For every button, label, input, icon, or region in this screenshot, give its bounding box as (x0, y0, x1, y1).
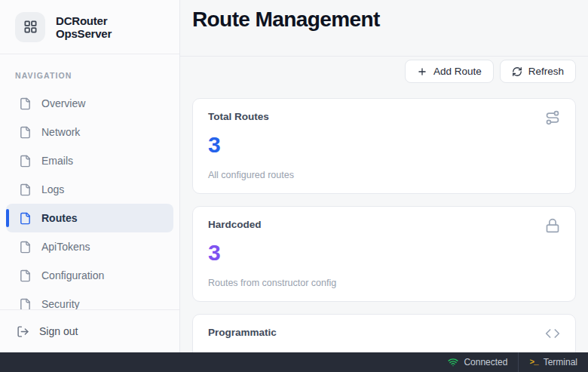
sidebar-item-security[interactable]: Security (6, 290, 173, 309)
refresh-icon (512, 66, 522, 77)
sidebar-item-emails[interactable]: Emails (6, 146, 173, 175)
file-icon (19, 241, 32, 254)
card-title: Programmatic (208, 327, 277, 339)
route-icon (545, 110, 560, 125)
sidebar-item-label: ApiTokens (41, 241, 90, 253)
status-bar: Connected >_ Terminal (0, 352, 588, 372)
sidebar-item-label: Network (41, 126, 80, 138)
sidebar-item-label: Overview (41, 97, 85, 109)
sidebar-header: DCRouter OpsServer (0, 0, 179, 54)
sign-out-button[interactable]: Sign out (0, 309, 179, 352)
terminal-label: Terminal (544, 357, 577, 367)
card-hardcoded: Hardcoded 3 Routes from constructor conf… (192, 206, 576, 302)
main-content: Route Management Add Route Refresh (180, 0, 588, 352)
sidebar-item-logs[interactable]: Logs (6, 175, 173, 204)
file-icon (19, 212, 32, 225)
sidebar-item-label: Security (41, 298, 80, 309)
sidebar-item-network[interactable]: Network (6, 118, 173, 146)
grid-icon (23, 20, 38, 34)
file-icon (19, 269, 32, 282)
file-icon (19, 155, 32, 168)
file-icon (19, 183, 32, 196)
file-icon (19, 97, 32, 110)
file-icon (19, 298, 32, 309)
brand-title: DCRouter OpsServer (56, 14, 164, 40)
card-subtitle: Routes from constructor config (208, 278, 560, 289)
card-subtitle: All configured routes (208, 170, 560, 181)
card-value: 3 (208, 132, 560, 158)
toolbar: Add Route Refresh (192, 60, 576, 83)
sidebar-item-label: Routes (41, 212, 77, 224)
sidebar-nav: NAVIGATION Overview Network Emails Logs … (0, 54, 179, 309)
app-window: DCRouter OpsServer NAVIGATION Overview N… (0, 0, 588, 352)
file-icon (19, 126, 32, 139)
sidebar-item-label: Logs (41, 183, 64, 195)
add-route-button[interactable]: Add Route (405, 60, 494, 83)
card-value: 3 (208, 240, 560, 266)
terminal-icon: >_ (529, 358, 537, 367)
nav-section-label: NAVIGATION (15, 71, 179, 80)
connection-status: Connected (437, 352, 518, 372)
stat-cards: Total Routes 3 All configured routes Har… (192, 98, 576, 352)
sidebar-item-apitokens[interactable]: ApiTokens (6, 232, 173, 261)
card-title: Total Routes (208, 111, 269, 123)
card-total-routes: Total Routes 3 All configured routes (192, 98, 576, 194)
page-header: Route Management (180, 0, 588, 57)
sidebar-item-overview[interactable]: Overview (6, 89, 173, 118)
lock-icon (545, 218, 560, 233)
refresh-label: Refresh (528, 66, 564, 77)
card-title: Hardcoded (208, 219, 262, 231)
add-route-label: Add Route (433, 66, 482, 77)
sidebar-item-label: Emails (41, 155, 73, 167)
sidebar-item-label: Configuration (41, 269, 104, 281)
wifi-icon (448, 357, 458, 367)
sidebar-item-routes[interactable]: Routes (6, 204, 173, 232)
connection-status-label: Connected (464, 357, 507, 367)
sign-out-label: Sign out (39, 325, 78, 337)
refresh-button[interactable]: Refresh (500, 60, 576, 83)
plus-icon (417, 66, 427, 77)
log-out-icon (17, 325, 29, 338)
card-programmatic: Programmatic 0 (192, 314, 576, 352)
sidebar-item-configuration[interactable]: Configuration (6, 261, 173, 290)
code-icon (545, 326, 560, 341)
app-logo (15, 12, 45, 42)
page-title: Route Management (192, 8, 380, 32)
sidebar: DCRouter OpsServer NAVIGATION Overview N… (0, 0, 180, 352)
terminal-toggle[interactable]: >_ Terminal (519, 352, 588, 372)
